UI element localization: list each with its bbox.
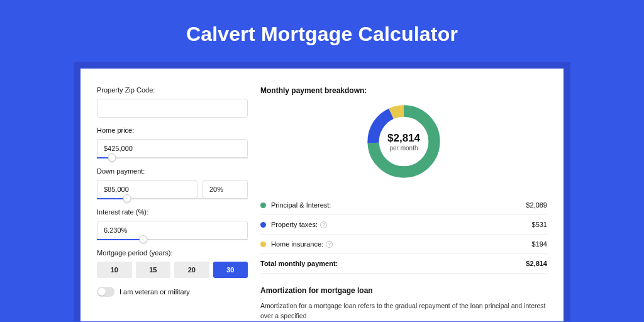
- zip-field: Property Zip Code:: [97, 86, 248, 118]
- period-option-10[interactable]: 10: [97, 262, 132, 278]
- page-title: Calvert Mortgage Calculator: [0, 23, 644, 46]
- interest-label: Interest rate (%):: [97, 208, 248, 216]
- help-icon[interactable]: ?: [320, 221, 327, 228]
- breakdown-panel: Monthly payment breakdown: $2,814 per mo…: [260, 86, 547, 321]
- donut-amount: $2,814: [387, 132, 420, 145]
- form-panel: Property Zip Code: Home price: Down paym…: [97, 86, 248, 321]
- line-amount: $531: [532, 221, 547, 228]
- breakdown-title: Monthly payment breakdown:: [260, 86, 547, 95]
- line-total: Total monthly payment: $2,814: [260, 254, 547, 274]
- card-shadow: Property Zip Code: Home price: Down paym…: [74, 62, 570, 321]
- line-label: Principal & Interest:: [271, 201, 526, 209]
- donut-sub: per month: [389, 145, 418, 152]
- veteran-toggle[interactable]: [97, 287, 114, 297]
- period-option-20[interactable]: 20: [174, 262, 209, 278]
- down-payment-slider[interactable]: [97, 198, 248, 199]
- dot-icon: [260, 242, 266, 247]
- dot-icon: [260, 222, 266, 228]
- slider-thumb[interactable]: [123, 194, 131, 203]
- line-insurance: Home insurance: ? $194: [260, 235, 547, 254]
- help-icon[interactable]: ?: [326, 241, 333, 248]
- interest-slider[interactable]: [97, 239, 248, 240]
- home-price-field: Home price:: [97, 126, 248, 158]
- donut-center: $2,814 per month: [364, 101, 444, 182]
- amortization-text: Amortization for a mortgage loan refers …: [260, 301, 547, 321]
- veteran-label: I am veteran or military: [119, 288, 190, 296]
- period-label: Mortgage period (years):: [97, 249, 248, 257]
- line-amount: $2,089: [526, 201, 547, 209]
- donut-chart-wrap: $2,814 per month: [260, 101, 547, 182]
- line-label: Home insurance: ?: [271, 240, 532, 248]
- dot-icon: [260, 203, 266, 208]
- veteran-row: I am veteran or military: [97, 287, 248, 297]
- line-label: Property taxes: ?: [271, 221, 532, 228]
- donut-chart: $2,814 per month: [364, 101, 444, 182]
- home-price-slider[interactable]: [97, 157, 248, 158]
- slider-thumb[interactable]: [140, 235, 148, 243]
- period-options: 10 15 20 30: [97, 262, 248, 278]
- down-payment-field: Down payment:: [97, 167, 248, 199]
- period-option-15[interactable]: 15: [136, 262, 171, 278]
- zip-input[interactable]: [97, 99, 248, 118]
- amortization-title: Amortization for mortgage loan: [260, 286, 547, 295]
- slider-thumb[interactable]: [108, 153, 116, 162]
- interest-field: Interest rate (%):: [97, 208, 248, 240]
- down-payment-input[interactable]: [97, 180, 197, 199]
- period-field: Mortgage period (years): 10 15 20 30: [97, 249, 248, 278]
- home-price-input[interactable]: [97, 139, 248, 158]
- line-principal: Principal & Interest: $2,089: [260, 196, 547, 215]
- amortization-section: Amortization for mortgage loan Amortizat…: [260, 286, 547, 321]
- period-option-30[interactable]: 30: [213, 262, 248, 278]
- down-payment-label: Down payment:: [97, 167, 248, 175]
- down-payment-pct-input[interactable]: [203, 180, 248, 199]
- total-label: Total monthly payment:: [260, 260, 526, 267]
- line-amount: $194: [532, 240, 547, 248]
- home-price-label: Home price:: [97, 126, 248, 134]
- interest-input[interactable]: [97, 221, 248, 240]
- zip-label: Property Zip Code:: [97, 86, 248, 94]
- total-amount: $2,814: [526, 260, 547, 267]
- line-taxes: Property taxes: ? $531: [260, 215, 547, 235]
- calculator-card: Property Zip Code: Home price: Down paym…: [80, 69, 564, 321]
